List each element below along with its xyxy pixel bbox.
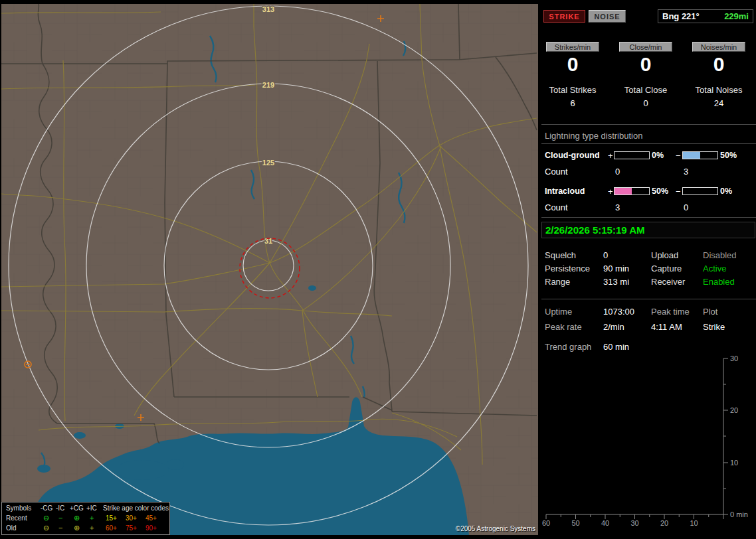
peak-rate-label: Peak rate <box>545 322 582 332</box>
cg-pos-recent-icon: ⊕ <box>74 514 80 521</box>
cloud-ground-label: Cloud-ground <box>545 151 600 160</box>
ic-positive-pct: 50% <box>652 187 668 196</box>
receiver-label: Receiver <box>651 277 685 287</box>
y-tick-10: 10 <box>730 459 738 467</box>
trend-x-major-ticks <box>546 514 723 519</box>
persistence-label: Persistence <box>545 264 590 273</box>
cg-negative-bar-fill <box>683 152 700 159</box>
intracloud-label: Intracloud <box>545 187 585 196</box>
range-value: 313 mi <box>603 277 629 287</box>
trend-window-value: 60 min <box>603 342 629 352</box>
ic-neg-old-icon: − <box>58 524 62 531</box>
age-30: 30+ <box>126 514 137 522</box>
ic-neg-recent-icon: − <box>58 514 62 521</box>
upload-value: Disabled <box>703 250 737 260</box>
ic-pos-recent-icon: + <box>90 514 94 521</box>
ic-plus-sign: + <box>608 187 613 196</box>
total-close-label: Total Close <box>619 85 672 95</box>
total-close-value: 0 <box>619 98 672 108</box>
plot-label: Plot <box>703 307 717 317</box>
peak-time-value: 4:11 AM <box>651 322 682 332</box>
origin-tick: 0 min <box>730 510 748 518</box>
age-45: 45+ <box>145 514 157 522</box>
ic-positive-bar <box>614 187 650 195</box>
strikes-per-min-value: 0 <box>546 54 599 75</box>
legend-old-label: Old <box>6 524 17 532</box>
ic-negative-count: 0 <box>684 202 688 212</box>
y-tick-30: 30 <box>730 354 738 362</box>
legend-col-ic-neg: -IC <box>56 504 64 512</box>
x-tick-20: 20 <box>660 519 668 527</box>
total-strikes-label: Total Strikes <box>546 85 599 95</box>
peak-rate-value: 2/min <box>603 322 624 332</box>
nexstorm-window: 313 219 125 31 Symbols -CG -IC +CG +IC <box>0 0 756 539</box>
trend-axes <box>546 358 723 514</box>
noises-counter-column: Noises/min 0 Total Noises 24 <box>692 42 745 108</box>
noises-per-min-value: 0 <box>692 54 745 75</box>
datetime-display: 2/26/2026 5:15:19 AM <box>541 222 755 238</box>
legend-age-header: Strike age color codes <box>103 504 169 512</box>
trend-y-minor-ticks <box>723 384 726 489</box>
peak-time-label: Peak time <box>651 307 690 317</box>
legend-col-ic-pos: +IC <box>86 504 97 512</box>
cg-positive-bar <box>614 151 650 159</box>
ring-label-125: 125 <box>262 159 274 167</box>
lightning-map[interactable]: 313 219 125 31 Symbols -CG -IC +CG +IC <box>1 4 538 535</box>
x-tick-10: 10 <box>690 519 698 527</box>
ic-positive-count: 3 <box>615 202 620 212</box>
trend-graph: 30 20 10 0 min 60 50 40 30 20 10 <box>541 352 756 539</box>
range-label: Range <box>545 277 570 287</box>
receiver-value: Enabled <box>703 277 735 287</box>
cg-negative-pct: 50% <box>720 151 737 160</box>
strikes-per-min-label: Strikes/min <box>546 42 599 52</box>
x-tick-50: 50 <box>571 519 579 527</box>
map-svg: 313 219 125 31 <box>1 4 538 535</box>
strike-indicator-button[interactable]: STRIKE <box>543 10 585 23</box>
age-60: 60+ <box>106 524 117 532</box>
cg-positive-pct: 0% <box>652 151 664 160</box>
cg-neg-old-icon: ⊖ <box>43 524 49 531</box>
copyright-text: ©2005 Astrogenic Systems <box>456 525 535 532</box>
noises-per-min-label: Noises/min <box>692 42 745 52</box>
squelch-value: 0 <box>603 250 608 260</box>
legend-col-cg-neg: -CG <box>41 504 52 512</box>
total-strikes-value: 6 <box>546 98 599 108</box>
plot-value: Strike <box>703 322 725 332</box>
noise-indicator-button[interactable]: NOISE <box>589 10 626 23</box>
ic-count-label: Count <box>545 202 568 212</box>
close-per-min-label: Close/min <box>619 42 672 52</box>
persistence-value: 90 min <box>603 264 629 273</box>
uptime-label: Uptime <box>545 307 572 317</box>
capture-label: Capture <box>651 264 682 273</box>
cg-positive-count: 0 <box>615 167 620 177</box>
strikes-counter-column: Strikes/min 0 Total Strikes 6 <box>546 42 599 108</box>
ic-negative-bar <box>682 187 718 195</box>
x-tick-40: 40 <box>601 519 609 527</box>
ring-label-313: 313 <box>262 5 274 13</box>
trend-graph-label: Trend graph <box>545 342 591 352</box>
total-noises-label: Total Noises <box>692 85 745 95</box>
ic-negative-pct: 0% <box>720 187 732 196</box>
cg-negative-count: 3 <box>684 167 688 177</box>
x-tick-30: 30 <box>630 519 638 527</box>
uptime-value: 1073:00 <box>603 307 634 317</box>
bearing-value: Bng 221° <box>662 11 700 21</box>
age-90: 90+ <box>145 524 157 532</box>
ic-minus-sign: − <box>676 187 681 196</box>
capture-value: Active <box>703 264 726 273</box>
control-panel: STRIKE NOISE Bng 221° 229mi Strikes/min … <box>541 0 756 539</box>
x-tick-60: 60 <box>542 519 550 527</box>
distribution-title: Lightning type distribution <box>545 131 642 141</box>
ic-pos-old-icon: + <box>90 524 94 531</box>
legend-symbols-header: Symbols <box>6 504 31 512</box>
bearing-distance: 229mi <box>724 11 749 21</box>
ic-positive-bar-fill <box>614 188 632 194</box>
map-legend: Symbols -CG -IC +CG +IC Strike age color… <box>1 502 170 535</box>
close-per-min-value: 0 <box>619 54 672 75</box>
cg-pos-old-icon: ⊕ <box>74 524 80 531</box>
age-15: 15+ <box>106 514 117 522</box>
cg-count-label: Count <box>545 167 568 177</box>
legend-recent-label: Recent <box>6 514 27 522</box>
cg-minus-sign: − <box>676 151 681 161</box>
age-75: 75+ <box>126 524 137 532</box>
